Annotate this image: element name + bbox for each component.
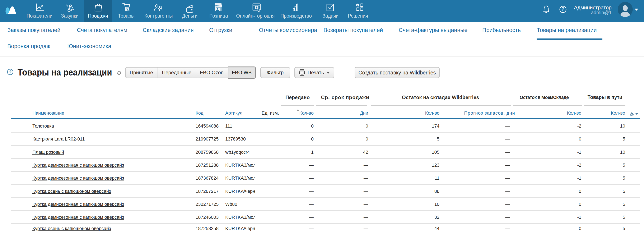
svg-text:?: ? <box>562 6 564 12</box>
